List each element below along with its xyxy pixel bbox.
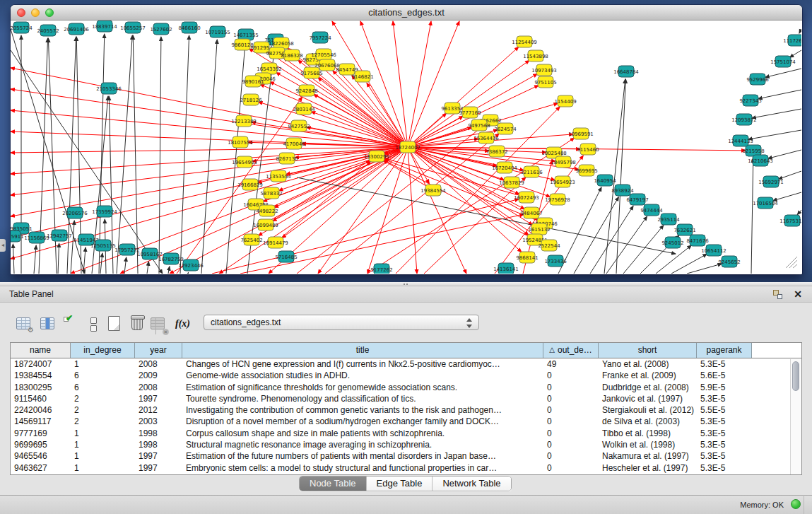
show-selected-rows-icon[interactable]: ✔ ✔ [64,315,82,334]
table-cell-name[interactable]: 18300295 [11,382,71,393]
table-cell-pagerank[interactable]: 5.3E-5 [697,428,752,439]
graph-node-7957224[interactable]: 7957224 [309,32,331,43]
close-panel-icon[interactable]: ✕ [794,288,802,300]
table-row[interactable]: 1830029562008Estimation of significance … [11,382,801,393]
graph-node-2055724[interactable]: 2055724 [11,22,33,33]
table-cell-year[interactable]: 1997 [135,450,182,462]
window-resize-grip-icon[interactable] [789,260,797,268]
citation-edge-black[interactable] [687,264,722,274]
delete-table-icon[interactable] [129,315,147,334]
table-cell-year[interactable]: 1997 [135,462,182,474]
table-cell-title[interactable]: Structural magnetic resonance image aver… [182,439,543,450]
graph-node-8267130[interactable]: 8267130 [276,153,298,164]
table-cell-pagerank[interactable]: 5.5E-5 [697,404,752,416]
table-cell-short[interactable]: Nakamura et al. (1997) [599,450,697,462]
table-cell-title[interactable]: Estimation of significance thresholds fo… [182,382,543,393]
citation-edge-black[interactable] [758,90,801,99]
graph-node-11254409[interactable]: 11254409 [512,36,537,47]
column-header-year[interactable]: year [135,343,182,358]
table-cell-name[interactable]: 18724007 [11,358,71,370]
table-cell-title[interactable]: Genome-wide association studies in ADHD. [182,370,543,381]
citation-edge-black[interactable] [778,171,801,179]
graph-node-12213389[interactable]: 12213389 [231,115,257,127]
table-cell-title[interactable]: Tourette syndrome. Phenomenology and cla… [182,393,543,404]
graph-node-6479197[interactable]: 6479197 [626,194,648,205]
row-height-icon[interactable] [85,315,103,334]
table-cell-in_degree[interactable]: 2 [71,393,135,404]
graph-node-16099489[interactable]: 16099489 [253,219,278,230]
table-row[interactable]: 1872400712008Changes of HCN gene express… [11,358,801,370]
show-columns-icon[interactable] [40,315,58,334]
citation-edge-black[interactable] [168,267,170,274]
table-cell-title[interactable]: Disruption of a novel member of a sodium… [182,416,543,427]
table-row[interactable]: 946362711997Embryonic stem cells: a mode… [11,462,801,474]
table-cell-name[interactable]: 9465546 [11,450,71,462]
column-header-out_de…[interactable]: △out_de… [543,343,599,358]
table-cell-year[interactable]: 1998 [135,439,182,450]
graph-node-11172644[interactable]: 11172644 [783,35,801,46]
vertical-scrollbar[interactable] [790,359,801,474]
citation-edge-red[interactable] [318,78,408,147]
table-row[interactable]: 1938455462009Genome-wide association stu… [11,370,801,381]
table-cell-in_degree[interactable]: 2 [71,404,135,416]
column-header-name[interactable]: name [11,343,71,358]
citation-edge-red[interactable] [314,94,408,147]
citation-edge-black[interactable] [58,243,59,274]
graph-node-9699695[interactable]: 9699695 [575,165,597,176]
memory-ok-indicator-icon[interactable] [791,499,801,509]
graph-node-2935114[interactable]: 2935114 [657,214,680,225]
column-header-title[interactable]: title [182,343,543,358]
citation-edge-black[interactable] [34,245,36,274]
table-cell-pagerank[interactable]: 5.9E-5 [697,382,752,393]
graph-node-11675317[interactable]: 11675317 [779,215,801,226]
table-cell-in_degree[interactable]: 6 [71,382,135,393]
table-cell-pagerank[interactable]: 5.3E-5 [697,450,752,462]
citation-edge-red[interactable] [352,76,408,147]
citation-edge-red[interactable] [11,110,408,147]
graph-node-9146821[interactable]: 9146821 [351,71,373,82]
table-cell-out_de…[interactable]: 0 [543,393,599,404]
table-cell-short[interactable]: Tibbo et al. (1998) [599,428,697,439]
graph-node-1211616[interactable]: 1211616 [520,166,543,177]
table-cell-out_de…[interactable]: 0 [543,416,599,427]
table-row[interactable]: 1456911722003Disruption of a novel membe… [11,416,801,427]
table-cell-out_de…[interactable]: 0 [543,428,599,439]
citation-edge-black[interactable] [100,253,102,274]
table-cell-pagerank[interactable]: 5.6E-5 [697,370,752,381]
network-canvas[interactable]: 2055724240557220691406188397141065525715… [11,21,802,274]
table-cell-year[interactable]: 2012 [135,404,182,416]
graph-node-7625402[interactable]: 7625402 [240,234,262,245]
scrollbar-thumb[interactable] [792,361,799,391]
graph-node-9484067[interactable]: 9484067 [520,207,542,218]
table-row[interactable]: 977716911998Corpus callosum shape and si… [11,428,801,439]
table-cell-pagerank[interactable]: 5.3E-5 [697,462,752,474]
table-cell-in_degree[interactable]: 1 [71,428,135,439]
graph-node-12093872[interactable]: 12093872 [731,114,757,125]
table-cell-pagerank[interactable]: 5.3E-5 [697,439,752,450]
graph-node-9245012[interactable]: 9245012 [661,237,683,248]
graph-node-11543898[interactable]: 11543898 [523,50,548,62]
graph-node-4170046[interactable]: 4170046 [283,138,305,149]
table-cell-out_de…[interactable]: 0 [543,370,599,381]
table-cell-in_degree[interactable]: 1 [71,439,135,450]
graph-node-20206576[interactable]: 20206576 [62,207,88,218]
graph-node-19166829[interactable]: 19166829 [237,179,263,190]
table-select-dropdown[interactable]: citations_edges.txt [204,315,479,330]
citation-edge-black[interactable] [797,210,801,215]
graph-node-14136141[interactable]: 14136141 [493,263,519,274]
table-row[interactable]: 911546021997Tourette syndrome. Phenomeno… [11,393,801,404]
table-cell-out_de…[interactable]: 0 [543,439,599,450]
table-row[interactable]: 946554611997Estimation of the future num… [11,450,801,462]
graph-node-3624574[interactable]: 3624574 [494,123,517,134]
citation-edge-red[interactable] [11,147,408,153]
table-cell-name[interactable]: 9463627 [11,462,71,474]
citation-edge-black[interactable] [773,192,801,201]
table-cell-name[interactable]: 19384554 [11,370,71,381]
table-cell-out_de…[interactable]: 0 [543,450,599,462]
graph-node-1154409[interactable]: 1154409 [554,95,576,107]
citation-edge-black[interactable] [117,35,132,274]
table-cell-in_degree[interactable]: 1 [71,450,135,462]
citation-edge-black[interactable] [133,35,138,274]
citation-edge-black[interactable] [180,35,189,274]
table-cell-year[interactable]: 2009 [135,370,182,381]
